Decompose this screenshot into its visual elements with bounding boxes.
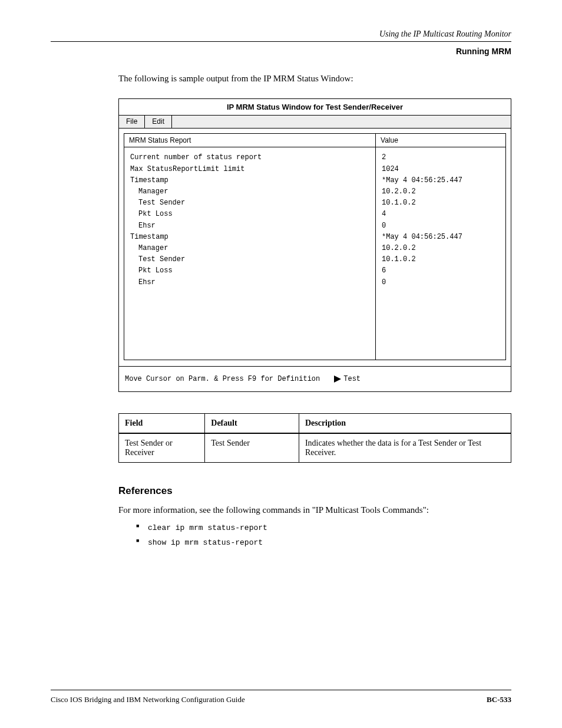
table-row: Pkt Loss [130,265,369,276]
footer-left: Cisco IOS Bridging and IBM Networking Co… [51,695,245,704]
table-row: 10.2.0.2 [382,186,500,197]
status-bar: Move Cursor on Parm. & Press F9 for Defi… [119,366,511,391]
table-header: MRM Status Report Value [124,134,505,147]
tab-spacer [172,116,511,128]
header-rule [51,41,511,42]
table-body-right: 2 1024 *May 4 04:56:25.447 10.2.0.2 10.1… [376,147,505,360]
table-row: Max StatusReportLimit limit [130,164,369,175]
table-row: Current number of status report [130,152,369,163]
col-header-report: MRM Status Report [124,134,376,147]
table-row: Timestamp [130,232,369,243]
running-subhead: Running MRM [51,47,511,56]
table-row: Manager [130,243,369,254]
table-row: 6 [382,265,500,276]
table-row: Ehsr [130,220,369,232]
table-row: 2 [382,152,500,163]
table-row: Ehsr [130,277,369,288]
defs-header: Field Default Description [119,414,511,434]
table-row: Manager [130,186,369,197]
play-icon [334,375,341,383]
footer-right: BC-533 [487,695,511,704]
references-heading: References [118,485,511,497]
window-title-bar: IP MRM Status Window for Test Sender/Rec… [119,99,511,116]
table-body: Current number of status report Max Stat… [124,147,505,360]
col-header-value: Value [376,134,505,147]
running-head: Using the IP Multicast Routing Monitor [51,29,511,39]
list-item: clear ip mrm status-report [136,521,511,536]
table-row: 0 [382,220,500,232]
defs-header-default: Default [205,414,299,433]
table-row: 1024 [382,164,500,175]
status-test-label: Test [343,375,361,383]
tab-file[interactable]: File [119,116,145,128]
references-text: For more information, see the following … [118,505,511,515]
intro-paragraph: The following is sample output from the … [118,73,511,84]
table-row: *May 4 04:56:25.447 [382,175,500,186]
defs-cell-field: Test Sender or Receiver [119,434,205,462]
table-row: *May 4 04:56:25.447 [382,232,500,243]
table-row: Timestamp [130,175,369,186]
status-table: MRM Status Report Value Current number o… [124,133,506,360]
defs-cell-description: Indicates whether the data is for a Test… [299,434,511,462]
page-footer: Cisco IOS Bridging and IBM Networking Co… [51,690,511,704]
table-row: 10.2.0.2 [382,243,500,254]
definitions-table: Field Default Description Test Sender or… [118,413,511,463]
defs-header-field: Field [119,414,205,433]
table-row: 10.1.0.2 [382,197,500,209]
tab-edit[interactable]: Edit [145,116,172,128]
status-text: Move Cursor on Parm. & Press F9 for Defi… [125,375,320,383]
references-list: clear ip mrm status-report show ip mrm s… [118,521,511,550]
table-row: 0 [382,277,500,288]
menu-bar: File Edit [119,116,511,129]
defs-cell-default: Test Sender [205,434,299,462]
table-row: 4 [382,209,500,220]
defs-header-description: Description [299,414,511,433]
table-row: Pkt Loss [130,209,369,220]
list-item: show ip mrm status-report [136,536,511,551]
table-body-left: Current number of status report Max Stat… [124,147,376,360]
mrm-status-window: IP MRM Status Window for Test Sender/Rec… [118,98,511,392]
svg-marker-0 [334,375,341,383]
defs-row: Test Sender or Receiver Test Sender Indi… [119,434,511,462]
table-row: Test Sender [130,254,369,265]
table-row: 10.1.0.2 [382,254,500,265]
table-row: Test Sender [130,197,369,209]
